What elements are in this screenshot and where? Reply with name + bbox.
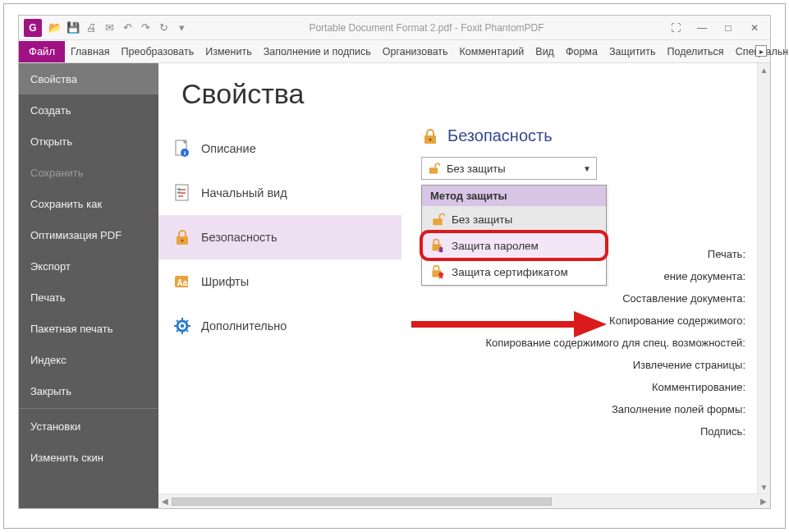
app-window: G 📂 💾 🖨 ✉ ↶ ↷ ↻ ▾ Portable Document Form… [18,15,771,509]
scroll-right-icon[interactable]: ▶ [757,497,770,506]
minimize-icon[interactable]: — [690,19,714,37]
tab-protect[interactable]: Защитить [603,42,662,62]
tab-organize[interactable]: Организовать [377,42,454,62]
option-security[interactable]: Безопасность [158,215,401,259]
qat-open-icon[interactable]: 📂 [47,20,63,36]
ribbon-overflow-icon[interactable]: ▸ [755,45,767,57]
sidebar-item-label: Изменить скин [30,452,103,464]
fullscreen-icon[interactable]: ⛶ [663,19,688,37]
sidebar-item-label: Пакетная печать [30,323,113,335]
qat-more-icon[interactable]: ▾ [173,20,190,36]
tab-fill-sign[interactable]: Заполнение и подпись [258,42,377,62]
sidebar-item-properties[interactable]: Свойства [19,63,158,94]
sidebar-item-optimize[interactable]: Оптимизация PDF [19,219,158,250]
gear-icon [173,317,191,335]
sidebar-item-label: Экспорт [30,260,71,273]
security-heading-row: Безопасность [421,126,770,145]
sidebar-item-label: Печать [30,291,66,304]
lock-icon [421,127,439,145]
svg-point-5 [181,240,184,242]
tab-edit[interactable]: Изменить [200,42,257,62]
permission-label: Подпись: [700,425,745,438]
sidebar-item-save-as[interactable]: Сохранить как [19,188,158,219]
sidebar-item-close[interactable]: Закрыть [19,375,158,406]
sidebar-item-settings[interactable]: Установки [19,410,158,442]
tab-home[interactable]: Главная [65,42,116,62]
backstage-main: ▲ ▼ Свойства i Описание [158,63,770,508]
option-label: Шрифты [201,275,249,288]
lock-open-icon [430,212,445,227]
option-initial-view[interactable]: Начальный вид [158,171,401,215]
svg-point-25 [438,272,443,277]
options-column: i Описание Начальный вид [158,126,401,348]
sidebar-item-print[interactable]: Печать [19,282,158,313]
svg-line-16 [177,330,178,332]
scrollbar-thumb[interactable] [172,498,552,506]
window-controls: ⛶ — □ ✕ [663,19,767,37]
page-title: Свойства [181,78,770,110]
scroll-left-icon[interactable]: ◀ [158,497,172,506]
option-fonts[interactable]: Aa Шрифты [158,259,401,304]
option-label: Описание [201,142,256,155]
qat-print-icon[interactable]: 🖨 [83,20,99,36]
lock-cert-icon [430,264,445,279]
qat-email-icon[interactable]: ✉ [101,20,117,36]
sidebar-item-save: Сохранить [19,157,158,188]
sidebar-item-open[interactable]: Открыть [19,126,158,157]
dropdown-item-password[interactable]: Защита паролем [422,232,606,259]
page-check-icon [173,184,191,202]
sidebar-item-export[interactable]: Экспорт [19,250,158,282]
maximize-icon[interactable]: □ [716,19,741,37]
sidebar-item-label: Свойства [30,73,77,85]
security-panel: Безопасность Без защиты ▼ Метод защит [401,126,770,348]
tab-file[interactable]: Файл [19,41,65,62]
backstage-body: Свойства Создать Открыть Сохранить Сохра… [19,63,770,508]
fonts-icon: Aa [173,273,191,291]
option-label: Безопасность [201,231,278,244]
qat-save-icon[interactable]: 💾 [65,20,81,36]
qat-undo-icon[interactable]: ↶ [119,20,135,36]
scrollbar-track[interactable] [172,498,757,506]
horizontal-scrollbar[interactable]: ◀ ▶ [158,493,770,508]
tab-form[interactable]: Форма [560,42,603,62]
qat-redo-icon[interactable]: ↷ [137,20,154,36]
sidebar-item-create[interactable]: Создать [19,94,158,126]
permission-label: Составление документа: [622,292,745,305]
lock-icon [173,228,191,246]
quick-access-toolbar: 📂 💾 🖨 ✉ ↶ ↷ ↻ ▾ [47,20,190,36]
sidebar-item-label: Сохранить [30,167,84,179]
main-content: Свойства i Описание [158,63,770,508]
permission-label: ение документа: [663,270,745,282]
close-icon[interactable]: ✕ [742,19,767,37]
svg-line-15 [186,320,188,322]
security-method-combo[interactable]: Без защиты ▼ [421,157,597,180]
sidebar-separator [19,408,158,409]
option-advanced[interactable]: Дополнительно [158,304,401,348]
sidebar-item-label: Индекс [30,354,67,366]
sidebar-item-label: Оптимизация PDF [30,229,122,241]
permission-label: Копирование содержимого для спец. возмож… [485,337,745,349]
dropdown-item-label: Без защиты [452,213,512,226]
tab-view[interactable]: Вид [530,42,560,62]
chevron-down-icon: ▼ [583,164,591,173]
permission-label: Извлечение страницы: [633,359,745,371]
app-frame: G 📂 💾 🖨 ✉ ↶ ↷ ↻ ▾ Portable Document Form… [0,0,789,532]
sidebar-item-index[interactable]: Индекс [19,344,158,375]
qat-redo2-icon[interactable]: ↻ [155,20,172,36]
sidebar-item-label: Открыть [30,135,72,148]
option-description[interactable]: i Описание [158,126,401,171]
sidebar-item-label: Установки [30,420,80,433]
tab-share[interactable]: Поделиться [662,42,730,62]
sidebar-item-batch-print[interactable]: Пакетная печать [19,313,158,344]
permission-label: Копирование содержимого: [609,314,745,327]
option-label: Начальный вид [201,186,287,200]
svg-line-14 [186,330,188,332]
option-label: Дополнительно [201,319,287,332]
sidebar-item-change-skin[interactable]: Изменить скин [19,442,158,473]
dropdown-item-no-security[interactable]: Без защиты [422,206,606,232]
tab-convert[interactable]: Преобразовать [116,42,200,62]
page-info-icon: i [173,140,191,158]
dropdown-header: Метод защиты [422,186,606,206]
tab-comment[interactable]: Комментарий [454,42,530,62]
content-columns: i Описание Начальный вид [158,126,770,348]
